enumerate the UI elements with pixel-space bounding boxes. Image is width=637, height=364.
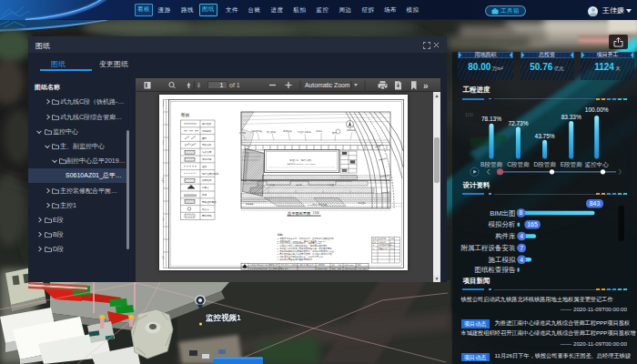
svg-text:监控中心: 监控中心: [280, 267, 288, 269]
svg-text:版次: 版次: [372, 237, 376, 240]
svg-text:19.06: 19.06: [389, 240, 395, 242]
svg-text:围墙: 围墙: [332, 132, 337, 135]
svg-text:»: »: [423, 81, 429, 91]
svg-text:100.00%: 100.00%: [585, 106, 609, 113]
svg-text:道路: 道路: [202, 164, 207, 167]
svg-text:E段管廊: E段管廊: [561, 161, 582, 168]
svg-text:Automatic Zoom: Automatic Zoom: [305, 82, 350, 88]
svg-text:7: 7: [520, 245, 523, 251]
svg-text:监控中心用地: 监控中心用地: [298, 130, 311, 134]
svg-text:人行道: 人行道: [268, 184, 275, 187]
svg-text:调整出入口: 调整出入口: [379, 246, 388, 249]
svg-text:共1张 第1张: 共1张 第1张: [357, 267, 368, 269]
svg-text:综合管廊: 综合管廊: [202, 150, 212, 154]
svg-text:of 1: of 1: [229, 82, 240, 88]
svg-text:1: 1: [220, 82, 224, 88]
svg-text:8: 8: [520, 209, 523, 216]
svg-text:既有建筑: 既有建筑: [246, 203, 255, 206]
svg-text:83.33%: 83.33%: [561, 114, 581, 120]
svg-text:既有道路翻交: 既有道路翻交: [202, 199, 217, 203]
svg-text:B: B: [372, 244, 374, 246]
svg-text:9. 其余未尽事宜按现行国家规范执行。: 9. 其余未尽事宜按现行国家规范执行。: [277, 257, 314, 260]
svg-text:用地界线: 用地界线: [202, 128, 212, 132]
svg-text:72.73%: 72.73%: [508, 120, 528, 126]
svg-text:规划支路: 规划支路: [347, 128, 356, 132]
svg-text:绿化带: 绿化带: [316, 129, 323, 133]
svg-text:78.13%: 78.13%: [481, 116, 501, 122]
svg-text:D段管廊: D段管廊: [533, 161, 556, 168]
svg-text:日期 2019.06: 日期 2019.06: [344, 267, 356, 268]
svg-text:S0610: S0610: [162, 100, 164, 106]
svg-text:BIM出图: BIM出图: [490, 209, 515, 217]
svg-text:总平面布置图: 总平面布置图: [287, 210, 310, 215]
svg-text:武汉市城市建设投资开发集团有限公司: 武汉市城市建设投资开发集团有限公司: [249, 266, 281, 269]
svg-text:19.09: 19.09: [389, 244, 395, 246]
svg-text:100: 100: [465, 112, 473, 117]
svg-text:标高点: 标高点: [201, 186, 209, 189]
svg-text:围墙: 围墙: [202, 136, 207, 139]
svg-text:路缘: 路缘: [202, 193, 207, 197]
svg-text:1:500: 1:500: [312, 211, 318, 215]
svg-text:说明：: 说明：: [277, 233, 285, 237]
svg-text:监控中心（地下二层）: 监控中心（地下二层）: [289, 157, 313, 161]
svg-text:首次出图: 首次出图: [379, 239, 386, 243]
svg-text:批准: 批准: [338, 267, 341, 269]
svg-text:绿化用地: 绿化用地: [202, 157, 212, 161]
svg-text:4: 4: [520, 257, 523, 263]
svg-text:图纸检查报告: 图纸检查报告: [475, 266, 517, 274]
svg-text:C: C: [372, 247, 374, 248]
svg-text:监控中心: 监控中心: [585, 161, 610, 168]
svg-text:建筑红线: 建筑红线: [201, 122, 212, 126]
svg-text:消防登高面: 消防登高面: [251, 129, 263, 133]
svg-text:C段管廊: C段管廊: [507, 161, 530, 168]
svg-text:监控视频1: 监控视频1: [206, 313, 241, 322]
svg-text:规划道路: 规划道路: [358, 201, 367, 205]
svg-text:843: 843: [590, 200, 601, 207]
svg-text:硬化场地: 硬化场地: [202, 214, 212, 217]
svg-text:模拟分析: 模拟分析: [489, 220, 517, 228]
svg-text:4: 4: [520, 233, 523, 239]
svg-text:43.75%: 43.75%: [535, 133, 555, 139]
svg-text:B段管廊: B段管廊: [480, 161, 502, 168]
svg-text:19.12: 19.12: [389, 247, 395, 248]
svg-text:构件库: 构件库: [495, 232, 516, 240]
svg-text:附属工程设备安装: 附属工程设备安装: [461, 244, 517, 252]
svg-text:规划道路: 规划道路: [283, 128, 292, 132]
svg-text:出图: 出图: [162, 256, 165, 259]
svg-text:总平面: 总平面: [162, 177, 165, 184]
svg-text:车行道: 车行道: [328, 184, 334, 187]
svg-text:地下管廊外轮廓: 地下管廊外轮廓: [201, 171, 219, 175]
svg-text:出入口: 出入口: [202, 207, 209, 210]
svg-text:市政管线: 市政管线: [202, 143, 212, 147]
svg-text:综合管廊: 综合管廊: [267, 130, 276, 134]
svg-text:S0610AZ01: S0610AZ01: [317, 267, 328, 268]
svg-text:临时堆场: 临时堆场: [202, 178, 212, 182]
svg-text:165: 165: [527, 221, 538, 228]
svg-text:图例: 图例: [181, 113, 190, 118]
svg-text:施工模拟: 施工模拟: [489, 256, 517, 264]
